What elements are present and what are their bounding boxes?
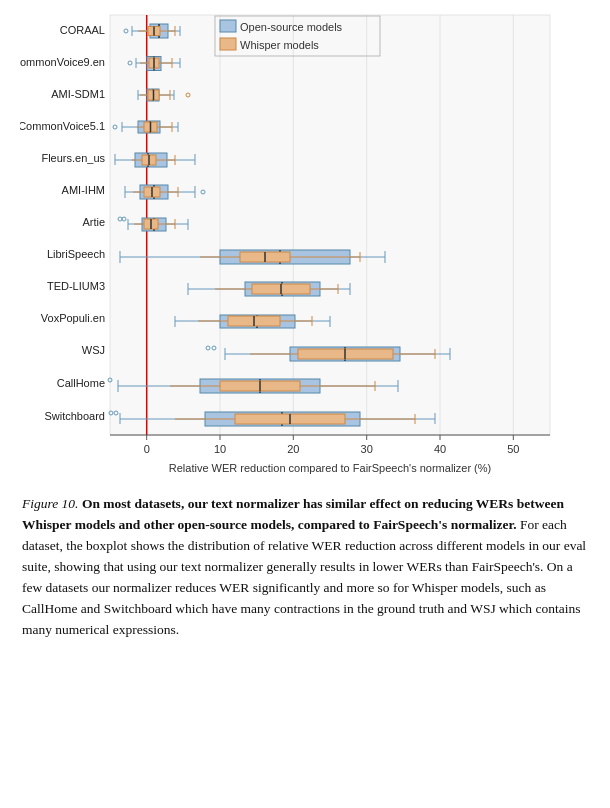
- svg-text:CORAAL: CORAAL: [60, 24, 105, 36]
- figure-caption: Figure 10. On most datasets, our text no…: [20, 494, 590, 640]
- svg-text:Switchboard: Switchboard: [44, 410, 105, 422]
- svg-text:AMI-IHM: AMI-IHM: [62, 184, 105, 196]
- svg-text:VoxPopuli.en: VoxPopuli.en: [41, 312, 105, 324]
- svg-text:30: 30: [361, 443, 373, 455]
- svg-text:Open-source models: Open-source models: [240, 21, 343, 33]
- svg-text:10: 10: [214, 443, 226, 455]
- chart-container: CORAAL CommonVoice9.en AMI-SDM1 CommonVo…: [20, 10, 590, 480]
- svg-text:TED-LIUM3: TED-LIUM3: [47, 280, 105, 292]
- figure-bold-text: On most datasets, our text normalizer ha…: [22, 496, 564, 532]
- svg-text:WSJ: WSJ: [82, 344, 105, 356]
- svg-text:CallHome: CallHome: [57, 377, 105, 389]
- svg-text:40: 40: [434, 443, 446, 455]
- svg-text:AMI-SDM1: AMI-SDM1: [51, 88, 105, 100]
- svg-text:20: 20: [287, 443, 299, 455]
- svg-text:Relative WER reduction compare: Relative WER reduction compared to FairS…: [169, 462, 491, 474]
- svg-rect-191: [220, 20, 236, 32]
- svg-text:CommonVoice9.en: CommonVoice9.en: [20, 56, 105, 68]
- svg-text:50: 50: [507, 443, 519, 455]
- svg-rect-193: [220, 38, 236, 50]
- figure-label: Figure 10.: [22, 496, 79, 511]
- svg-text:Whisper models: Whisper models: [240, 39, 319, 51]
- svg-text:Fleurs.en_us: Fleurs.en_us: [41, 152, 105, 164]
- svg-text:LibriSpeech: LibriSpeech: [47, 248, 105, 260]
- svg-text:0: 0: [144, 443, 150, 455]
- svg-text:CommonVoice5.1: CommonVoice5.1: [20, 120, 105, 132]
- svg-rect-1: [110, 15, 550, 435]
- figure-body-text: For each dataset, the boxplot shows the …: [22, 517, 586, 637]
- svg-text:Artie: Artie: [82, 216, 105, 228]
